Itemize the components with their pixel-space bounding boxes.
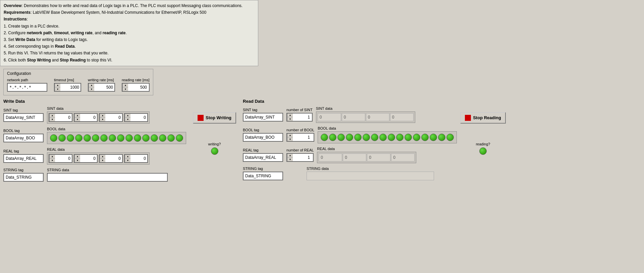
write-real-input-3[interactable]	[130, 155, 147, 162]
write-bool-circle-4[interactable]	[84, 134, 91, 142]
read-bool-circle-1	[329, 134, 336, 141]
write-real-input-1[interactable]	[80, 155, 97, 162]
reading-rate-spinner-btns: ▲ ▼	[122, 84, 128, 91]
write-bool-circle-3[interactable]	[75, 134, 83, 142]
num-bool-down[interactable]: ▼	[287, 137, 293, 141]
write-bool-circle-6[interactable]	[100, 134, 108, 142]
read-real-tag-col: REAL tag	[243, 148, 283, 162]
read-sint-val-1	[342, 113, 365, 121]
stop-reading-icon	[465, 115, 471, 121]
writing-rate-input[interactable]	[94, 84, 114, 90]
write-sint-spinner-0: ▲▼	[49, 113, 72, 122]
write-bool-circle-14[interactable]	[167, 134, 175, 142]
write-sint-tag-input[interactable]	[3, 113, 44, 122]
read-num-sint-input[interactable]	[293, 114, 311, 120]
reading-rate-input[interactable]	[128, 84, 148, 90]
stop-reading-button[interactable]: Stop Reading	[460, 112, 506, 124]
read-num-real-label: number of REAL	[286, 148, 314, 152]
sint0-up[interactable]: ▲	[50, 114, 55, 118]
read-bool-tag-input[interactable]	[243, 133, 283, 142]
write-string-tag-input[interactable]	[3, 173, 44, 182]
reading-rate-up-btn[interactable]: ▲	[123, 84, 128, 87]
write-sint-input-2[interactable]	[105, 115, 122, 121]
real3-up[interactable]: ▲	[125, 155, 130, 158]
real1-down[interactable]: ▼	[75, 158, 80, 162]
write-bool-circle-9[interactable]	[125, 134, 133, 142]
write-bool-circle-5[interactable]	[92, 134, 99, 142]
write-sint-input-3[interactable]	[130, 115, 147, 121]
read-string-data-col: STRING data	[307, 167, 434, 180]
read-num-real-input[interactable]	[293, 154, 311, 161]
timeout-input[interactable]	[60, 84, 80, 90]
num-real-up[interactable]: ▲	[287, 154, 293, 157]
real2-down[interactable]: ▼	[100, 158, 105, 162]
write-bool-circle-11[interactable]	[142, 134, 150, 142]
write-bool-circle-1[interactable]	[58, 134, 66, 142]
write-bool-circle-13[interactable]	[159, 134, 166, 142]
writing-rate-up-btn[interactable]: ▲	[89, 84, 94, 87]
write-bool-circle-12[interactable]	[151, 134, 158, 142]
write-real-input-0[interactable]	[55, 155, 72, 162]
config-title: Configuration	[7, 71, 150, 76]
sint2-down[interactable]: ▼	[100, 118, 105, 121]
write-bool-data-col: BOOL data	[47, 127, 186, 144]
real0-down[interactable]: ▼	[50, 158, 55, 162]
write-sint-input-0[interactable]	[55, 115, 72, 121]
write-bool-tag-input[interactable]	[3, 134, 44, 142]
writing-rate-down-btn[interactable]: ▼	[89, 87, 94, 91]
read-bool-tag-label: BOOL tag	[243, 128, 283, 132]
read-string-tag-input[interactable]	[243, 172, 283, 180]
read-bool-row: BOOL tag number of BOOL ▲▼ BOOL data	[243, 126, 457, 143]
num-sint-down[interactable]: ▼	[287, 117, 293, 121]
middle-col: Stop Writing writing?	[193, 99, 236, 155]
read-real-tag-input[interactable]	[243, 153, 283, 162]
main-area: Configuration network path timeout [ms] …	[0, 66, 644, 188]
timeout-down-btn[interactable]: ▼	[55, 87, 60, 91]
real1-up[interactable]: ▲	[75, 155, 80, 158]
num-real-down[interactable]: ▼	[287, 157, 293, 161]
read-bool-circle-10	[405, 134, 412, 141]
write-bool-circle-10[interactable]	[134, 134, 141, 142]
write-bool-circle-8[interactable]	[117, 134, 124, 142]
sint0-down[interactable]: ▼	[50, 118, 55, 121]
read-real-val-3	[391, 153, 415, 162]
writing-rate-field: writing rate [ms] ▲ ▼	[88, 78, 115, 92]
sint1-up[interactable]: ▲	[75, 114, 80, 118]
real3-down[interactable]: ▼	[125, 158, 130, 162]
sint1-down[interactable]: ▼	[75, 118, 80, 121]
read-num-bool-input[interactable]	[293, 134, 311, 140]
read-sint-tag-input[interactable]	[243, 113, 283, 122]
write-bool-circle-2[interactable]	[67, 134, 74, 142]
timeout-up-btn[interactable]: ▲	[55, 84, 60, 87]
read-string-tag-label: STRING tag	[243, 167, 283, 171]
writing-rate-spinner-btns: ▲ ▼	[89, 84, 94, 91]
instruction-5: 5. Run this VI. This VI returns the tag …	[4, 50, 255, 56]
read-bool-circle-12	[421, 134, 429, 141]
read-real-data-row	[317, 152, 416, 163]
real2-up[interactable]: ▲	[100, 155, 105, 158]
sint3-down[interactable]: ▼	[125, 118, 130, 121]
write-bool-circle-0[interactable]	[50, 134, 57, 142]
write-sint-input-1[interactable]	[80, 115, 97, 121]
write-sint-data-label: SINT data	[47, 106, 150, 110]
num-sint-up[interactable]: ▲	[287, 113, 293, 117]
read-real-val-2	[367, 153, 390, 162]
sint2-up[interactable]: ▲	[100, 114, 105, 118]
requirements-text: : LabVIEW Base Development System, NI-In…	[31, 10, 206, 15]
write-data-title: Write Data	[3, 99, 186, 104]
requirements-label: Requirements	[4, 10, 31, 15]
real0-up[interactable]: ▲	[50, 155, 55, 158]
write-real-tag-input[interactable]	[3, 154, 44, 163]
sint3-up[interactable]: ▲	[125, 114, 130, 118]
num-bool-up[interactable]: ▲	[287, 134, 293, 137]
stop-writing-button[interactable]: Stop Writing	[193, 112, 236, 124]
write-string-data-input[interactable]	[47, 173, 168, 182]
writing-label: writing?	[208, 142, 221, 146]
read-sint-data-row	[316, 111, 415, 123]
write-bool-circle-7[interactable]	[109, 134, 116, 142]
stop-reading-label: Stop Reading	[473, 115, 501, 120]
reading-rate-down-btn[interactable]: ▼	[123, 87, 128, 91]
write-bool-circle-15[interactable]	[176, 134, 183, 142]
write-real-input-2[interactable]	[105, 155, 122, 162]
network-path-input[interactable]	[7, 83, 47, 92]
